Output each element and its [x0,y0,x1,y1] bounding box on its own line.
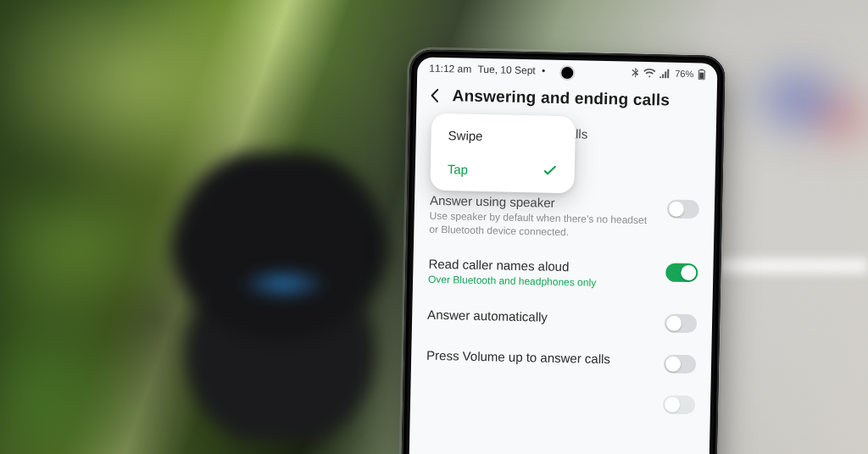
status-date: Tue, 10 Sept [477,64,536,76]
toggle-answer-using-speaker[interactable] [667,200,699,219]
phone-frame: 11:12 am Tue, 10 Sept • 76% [400,49,725,454]
page-title: Answering and ending calls [452,86,670,109]
battery-icon [698,69,705,80]
check-icon [542,163,558,178]
toggle-cropped[interactable] [663,395,695,414]
dropdown-option-label: Swipe [448,128,482,143]
svg-rect-1 [700,69,703,70]
dropdown-option-tap[interactable]: Tap [430,152,575,189]
bluetooth-icon [632,68,639,78]
signal-icon [659,69,670,78]
phone-screen: 11:12 am Tue, 10 Sept • 76% [408,57,717,454]
setting-press-volume-up[interactable]: Press Volume up to answer calls [426,337,697,384]
toggle-read-caller-names[interactable] [665,263,698,283]
answer-gesture-dropdown[interactable]: Swipe Tap [430,114,576,194]
dropdown-option-swipe[interactable]: Swipe [431,119,576,155]
battery-percentage: 76% [675,69,693,79]
setting-subtitle: Use speaker by default when there's no h… [429,209,655,241]
background-figurine [220,258,348,309]
toggle-answer-automatically[interactable] [665,313,697,333]
setting-title: Answer automatically [427,307,653,326]
app-bar: Answering and ending calls [416,75,717,119]
setting-answer-using-speaker[interactable]: Answer using speaker Use speaker by defa… [429,191,699,252]
setting-answer-automatically[interactable]: Answer automatically [427,296,698,343]
setting-cropped-row[interactable] [426,378,696,424]
dropdown-option-label: Tap [448,162,469,177]
back-icon[interactable] [426,87,443,104]
wifi-icon [643,68,655,77]
setting-read-caller-names[interactable]: Read caller names aloud Over Bluetooth a… [428,246,698,302]
setting-title [426,388,651,407]
svg-rect-2 [699,72,704,78]
status-time: 11:12 am [429,63,471,75]
setting-subtitle: Over Bluetooth and headphones only [428,273,654,291]
setting-title: Press Volume up to answer calls [426,347,652,367]
photo-background: 11:12 am Tue, 10 Sept • 76% [0,0,868,454]
toggle-press-volume-up[interactable] [664,354,696,374]
